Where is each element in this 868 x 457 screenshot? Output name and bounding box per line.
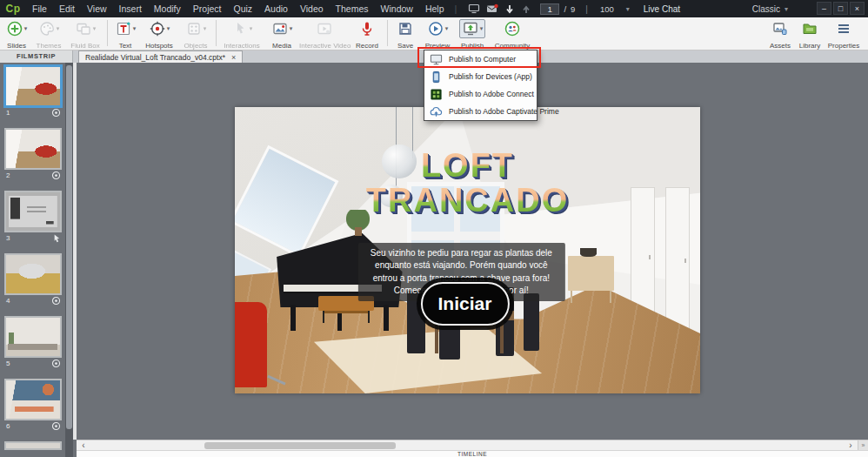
hotspot-target-icon (149, 20, 166, 37)
interactions-button: ▾ Interactions (219, 17, 264, 50)
menu-modify[interactable]: Modify (148, 0, 187, 17)
slide-number: 5 (6, 360, 10, 367)
interactions-pointer-icon (231, 20, 249, 37)
properties-button[interactable]: Properties (825, 17, 863, 50)
menu-help[interactable]: Help (419, 0, 451, 17)
tab-close-icon[interactable]: × (231, 53, 236, 62)
menu-item-publish-to-computer[interactable]: Publish to Computer (424, 50, 537, 68)
assets-image-icon (771, 20, 789, 37)
preview-play-icon (427, 20, 444, 37)
slides-button[interactable]: ▾ Slides (2, 17, 31, 50)
slide-number: 3 (6, 234, 10, 242)
slide-2-thumbnail[interactable] (4, 128, 62, 170)
filmstrip-slide-6[interactable]: 6 (4, 379, 63, 432)
message-icon[interactable] (486, 3, 498, 15)
filmstrip-slide-7[interactable] (4, 441, 63, 450)
assets-button[interactable]: Assets (765, 17, 795, 50)
library-button[interactable]: Library (795, 17, 825, 50)
minimize-button[interactable]: – (817, 2, 831, 15)
slide-5-thumbnail[interactable] (4, 316, 62, 358)
zoom-caret-icon[interactable]: ▾ (626, 5, 630, 13)
filmstrip-slide-1[interactable]: 1 (4, 65, 63, 118)
objects-button: ▾ Objects (178, 17, 213, 50)
captivate-logo: Cp (0, 3, 26, 15)
slide-7-thumbnail[interactable] (4, 441, 62, 450)
text-button[interactable]: ▾ Text (110, 17, 140, 50)
menubar: File Edit View Insert Modify Project Qui… (26, 0, 451, 17)
arrow-down-icon[interactable] (504, 3, 515, 15)
themes-button: ▾ Themes (31, 17, 66, 50)
vr-360-icon (51, 359, 61, 368)
captivate-window: Cp File Edit View Insert Modify Project … (0, 0, 868, 457)
slide-number: 2 (6, 171, 10, 179)
menu-quiz[interactable]: Quiz (227, 0, 258, 17)
timeline-panel-header[interactable]: TIMELINE (77, 450, 868, 457)
publish-button[interactable]: ▾ Publish (455, 17, 490, 50)
media-button[interactable]: ▾ Media (264, 17, 299, 50)
slide-title-line1: LOFT (235, 147, 700, 185)
filmstrip-slide-4[interactable]: 4 (4, 253, 63, 306)
maximize-button[interactable]: □ (833, 2, 848, 15)
record-button[interactable]: Record (350, 17, 384, 50)
filmstrip-slide-5[interactable]: 5 (4, 316, 63, 369)
themes-palette-icon (38, 20, 56, 37)
fluid-box-icon (75, 20, 92, 37)
properties-lines-icon (835, 20, 852, 37)
arrow-up-icon[interactable] (521, 3, 531, 15)
workspace-caret-icon: ▾ (785, 5, 788, 13)
filmstrip-scrollbar-thumb[interactable] (66, 65, 72, 429)
live-chat-button[interactable]: Live Chat (644, 4, 680, 14)
bowl (580, 248, 596, 256)
slide-number-input[interactable]: 1 (540, 3, 559, 15)
slide-number: 6 (6, 422, 10, 430)
filmstrip-scrollbar[interactable] (65, 63, 73, 457)
menu-insert[interactable]: Insert (113, 0, 148, 17)
slide-number: 1 (6, 109, 10, 117)
workspace-switcher[interactable]: Classic ▾ (752, 0, 788, 17)
menu-edit[interactable]: Edit (53, 0, 81, 17)
save-floppy-icon (397, 20, 414, 37)
menu-item-publish-adobe-connect[interactable]: Publish to Adobe Connect (424, 85, 537, 103)
menu-themes[interactable]: Themes (330, 0, 375, 17)
menu-file[interactable]: File (26, 0, 53, 17)
close-button[interactable]: × (850, 2, 865, 15)
horizontal-scrollbar-thumb[interactable] (204, 442, 396, 449)
toolbar-group-separator (107, 20, 108, 46)
slide-1-thumbnail[interactable] (4, 65, 62, 107)
preview-button[interactable]: ▾ Preview (420, 17, 455, 50)
save-button[interactable]: Save (391, 17, 420, 50)
publish-dropdown-menu: Publish to Computer Publish for Devices … (424, 50, 537, 121)
filmstrip-panel: 1 2 3 4 5 6 (0, 63, 73, 457)
menu-video[interactable]: Video (294, 0, 330, 17)
media-image-icon (271, 20, 289, 37)
document-tab[interactable]: Realidade Virtual_Loft Trancado_v04.cptx… (78, 50, 243, 63)
slide-6-thumbnail[interactable] (4, 379, 62, 420)
fluid-box-button: ▾ Fluid Box (66, 17, 104, 50)
slide-3-thumbnail[interactable] (4, 191, 62, 232)
main-toolbar: ▾ Slides ▾ Themes ▾ Fluid Box ▾ Text ▾ H… (0, 17, 868, 50)
click-cursor-icon (51, 233, 61, 243)
menu-item-publish-for-devices[interactable]: Publish for Devices (App) (424, 68, 537, 85)
vr-360-icon (51, 421, 61, 431)
menu-window[interactable]: Window (375, 0, 419, 17)
zoom-level-value[interactable]: 100 (600, 4, 614, 14)
workspace-label: Classic (752, 4, 780, 14)
menu-view[interactable]: View (81, 0, 113, 17)
horizontal-scrollbar[interactable]: ‹ › » (77, 440, 868, 450)
community-people-icon (504, 20, 521, 37)
red-armchair (235, 302, 267, 388)
filmstrip-slide-3[interactable]: 3 (4, 191, 63, 244)
slide-4-thumbnail[interactable] (4, 253, 62, 295)
iniciar-button[interactable]: Iniciar (420, 282, 509, 326)
community-button[interactable]: Community (490, 17, 535, 50)
mobile-device-icon (430, 71, 443, 84)
device-preview-icon[interactable] (468, 3, 480, 15)
menu-audio[interactable]: Audio (258, 0, 294, 17)
menu-item-publish-captivate-prime[interactable]: Publish to Adobe Captivate Prime (424, 103, 537, 120)
hotspots-button[interactable]: ▾ Hotspots (140, 17, 178, 50)
filmstrip-panel-header: FILMSTRIP (0, 50, 73, 63)
menu-project[interactable]: Project (187, 0, 228, 17)
filmstrip-slide-2[interactable]: 2 (4, 128, 63, 181)
slide-canvas[interactable]: LOFT TRANCADO Seu vizinho te pediu para … (235, 107, 700, 393)
library-folder-icon (801, 20, 818, 37)
